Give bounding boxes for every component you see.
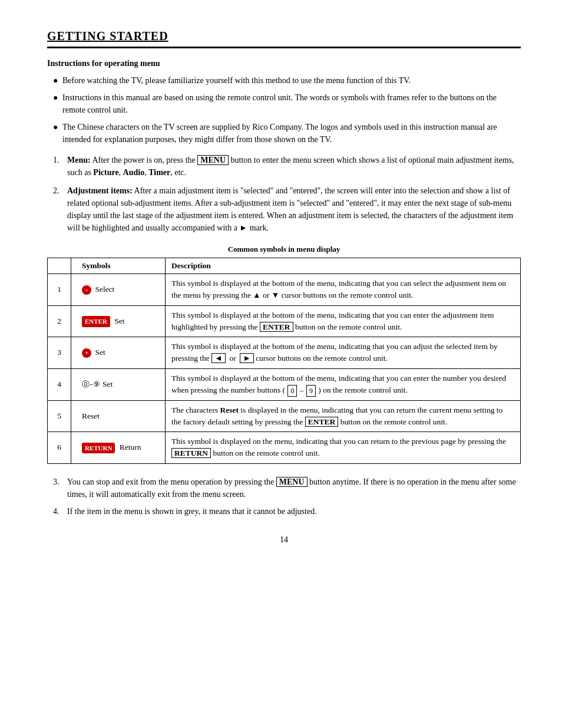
list-item: 4. If the item in the menu is shown in g… — [53, 505, 521, 518]
row-num: 1 — [48, 274, 71, 306]
instructions-heading: Instructions for operating menu — [47, 59, 521, 68]
list-item: 3. You can stop and exit from the menu o… — [53, 476, 521, 500]
symbol-cell: – Select — [71, 274, 166, 306]
title-divider — [47, 47, 521, 48]
table-row: 6 RETURN Return This symbol is displayed… — [48, 432, 521, 464]
symbol-cell: ENTER Set — [71, 305, 166, 337]
table-row: 4 ⓪-⑨ Set This symbol is displayed at th… — [48, 368, 521, 400]
select-icon: – — [82, 285, 91, 295]
table-caption: Common symbols in menu display — [47, 245, 521, 254]
enter-badge: ENTER — [82, 316, 110, 327]
page-title: GETTING STARTED — [47, 29, 521, 43]
instructions-section: Instructions for operating menu Before w… — [47, 59, 521, 234]
row-num: 2 — [48, 305, 71, 337]
bottom-list: 3. You can stop and exit from the menu o… — [47, 476, 521, 518]
row-num: 4 — [48, 368, 71, 400]
symbol-label: Set — [95, 348, 105, 357]
col-header-description: Description — [166, 258, 521, 274]
col-header-symbols: Symbols — [71, 258, 166, 274]
return-badge: RETURN — [82, 443, 115, 454]
row-num: 6 — [48, 432, 71, 464]
list-item: Instructions in this manual are based on… — [53, 91, 521, 116]
col-header-num — [48, 258, 71, 274]
symbol-cell: Reset — [71, 400, 166, 432]
table-row: 1 – Select This symbol is displayed at t… — [48, 274, 521, 306]
desc-cell: This symbol is displayed on the menu, in… — [166, 432, 521, 464]
desc-cell: The characters Reset is displayed in the… — [166, 400, 521, 432]
table-row: 2 ENTER Set This symbol is displayed at … — [48, 305, 521, 337]
symbol-label: Reset — [82, 411, 100, 420]
symbol-label: Set — [114, 317, 124, 325]
right-key: ► — [240, 353, 253, 363]
symbol-cell: + Set — [71, 337, 166, 369]
table-header-row: Symbols Description — [48, 258, 521, 274]
row-num: 3 — [48, 337, 71, 369]
list-item: 1. Menu: After the power is on, press th… — [53, 154, 521, 179]
desc-cell: This symbol is displayed at the bottom o… — [166, 305, 521, 337]
desc-cell: This symbol is displayed at the bottom o… — [166, 368, 521, 400]
symbol-label: Select — [95, 285, 114, 294]
num-box-9: 9 — [306, 385, 316, 397]
desc-cell: This symbol is displayed at the bottom o… — [166, 274, 521, 306]
symbols-table: Symbols Description 1 – Select This symb… — [47, 258, 521, 464]
num-box-0: 0 — [287, 385, 297, 397]
row-num: 5 — [48, 400, 71, 432]
symbol-cell: RETURN Return — [71, 432, 166, 464]
list-item: The Chinese characters on the TV screen … — [53, 121, 521, 146]
circle-9-icon: ⑨ — [93, 380, 100, 388]
list-item: Before watching the TV, please familiari… — [53, 74, 521, 87]
symbol-cell: ⓪-⑨ Set — [71, 368, 166, 400]
page-container: GETTING STARTED Instructions for operati… — [47, 29, 521, 545]
bullet-list: Before watching the TV, please familiari… — [47, 74, 521, 146]
numbered-list: 1. Menu: After the power is on, press th… — [47, 154, 521, 234]
symbol-label: Set — [103, 380, 113, 388]
menu-key: MENU — [197, 155, 229, 165]
enter-key-2: ENTER — [305, 417, 339, 427]
page-number: 14 — [47, 535, 521, 545]
return-key: RETURN — [171, 448, 211, 458]
desc-cell: This symbol is displayed at the bottom o… — [166, 337, 521, 369]
table-row: 5 Reset The characters Reset is displaye… — [48, 400, 521, 432]
plus-icon: + — [82, 348, 91, 358]
table-section: Common symbols in menu display Symbols D… — [47, 245, 521, 464]
menu-key-2: MENU — [276, 477, 308, 487]
enter-key: ENTER — [260, 322, 293, 332]
circle-0-icon: ⓪ — [82, 380, 90, 388]
left-key: ◄ — [211, 353, 225, 363]
table-row: 3 + Set This symbol is displayed at the … — [48, 337, 521, 369]
list-item: 2. Adjustment items: After a main adjust… — [53, 185, 521, 234]
symbol-label: Return — [120, 443, 141, 452]
